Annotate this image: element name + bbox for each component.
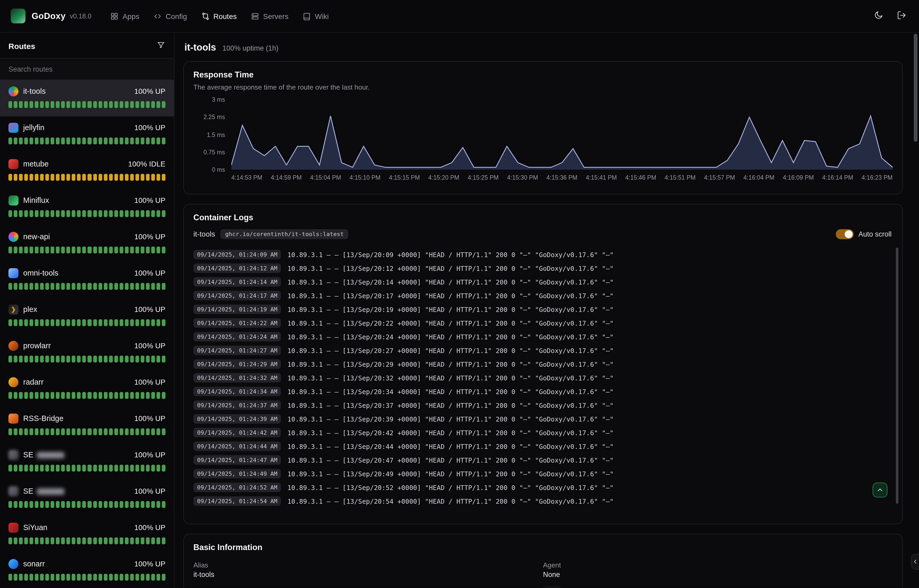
x-axis-tick: 4:15:04 PM <box>310 174 341 182</box>
route-item-it-tools[interactable]: it-tools100% UP <box>0 80 174 116</box>
route-uptime-bars <box>8 355 165 362</box>
route-uptime-bars <box>8 392 165 399</box>
route-uptime-bars <box>8 428 165 435</box>
route-item-metube[interactable]: metube100% IDLE <box>0 153 174 189</box>
route-item-se-11[interactable]: SE100% UP <box>0 444 174 480</box>
x-axis-tick: 4:16:09 PM <box>783 174 814 182</box>
info-field-alias: Aliasit-tools <box>194 561 543 578</box>
route-name: sonarr <box>23 559 45 568</box>
log-message: 10.89.3.1 – – [13/Sep/20:19 +0000] "HEAD… <box>287 305 614 313</box>
theme-toggle-button[interactable] <box>874 11 883 22</box>
auto-scroll-toggle[interactable] <box>836 229 854 239</box>
route-name: RSS-Bridge <box>23 414 63 423</box>
route-favicon <box>8 450 18 460</box>
log-row: 09/14/2025, 01:24:32 AM10.89.3.1 – – [13… <box>194 371 893 384</box>
route-item-new-api[interactable]: new-api100% UP <box>0 226 174 262</box>
log-row: 09/14/2025, 01:24:39 AM10.89.3.1 – – [13… <box>194 412 893 426</box>
nav-item-wiki[interactable]: Wiki <box>303 12 329 20</box>
logs-app-name: it-tools <box>194 230 215 238</box>
log-timestamp: 09/14/2025, 01:24:22 AM <box>194 318 281 328</box>
container-logs-card: Container Logs it-tools ghcr.io/corentin… <box>183 204 903 524</box>
x-axis-tick: 4:16:04 PM <box>743 174 775 182</box>
route-name: metube <box>23 160 49 168</box>
route-item-plex[interactable]: ❯plex100% UP <box>0 298 174 334</box>
info-field-label: Host <box>194 586 543 588</box>
route-uptime-bars <box>8 174 165 181</box>
log-message: 10.89.3.1 – – [13/Sep/20:24 +0000] "HEAD… <box>287 333 614 341</box>
log-row: 09/14/2025, 01:24:19 AM10.89.3.1 – – [13… <box>194 302 893 316</box>
route-item-radarr[interactable]: radarr100% UP <box>0 371 174 407</box>
log-timestamp: 09/14/2025, 01:24:52 AM <box>194 483 281 492</box>
route-item-omni-tools[interactable]: omni-tools100% UP <box>0 262 174 298</box>
route-item-se-12[interactable]: SE100% UP <box>0 480 174 516</box>
log-message: 10.89.3.1 – – [13/Sep/20:37 +0000] "HEAD… <box>287 401 614 409</box>
log-message: 10.89.3.1 – – [13/Sep/20:47 +0000] "HEAD… <box>287 456 614 464</box>
nav-item-servers[interactable]: Servers <box>251 12 288 20</box>
log-message: 10.89.3.1 – – [13/Sep/20:22 +0000] "HEAD… <box>287 319 614 327</box>
response-time-subtitle: The average response time of the route o… <box>194 83 893 91</box>
log-timestamp: 09/14/2025, 01:24:27 AM <box>194 346 281 355</box>
book-icon <box>303 12 311 20</box>
route-name: SiYuan <box>23 523 47 531</box>
filter-routes-button[interactable] <box>157 40 165 51</box>
route-row: SiYuan100% UP <box>8 522 165 533</box>
route-status: 100% UP <box>134 341 165 350</box>
route-uptime-bars <box>8 538 165 544</box>
route-name: it-tools <box>23 87 45 95</box>
log-row: 09/14/2025, 01:24:37 AM10.89.3.1 – – [13… <box>194 398 893 412</box>
route-item-rss-bridge[interactable]: RSS-Bridge100% UP <box>0 407 174 444</box>
route-name: radarr <box>23 378 44 386</box>
log-message: 10.89.3.1 – – [13/Sep/20:44 +0000] "HEAD… <box>287 442 614 450</box>
route-favicon: ❯ <box>8 304 18 314</box>
route-row: jellyfin100% UP <box>8 122 165 133</box>
x-axis-tick: 4:15:51 PM <box>665 174 696 182</box>
info-field-label: Agent <box>543 561 893 569</box>
y-axis-tick: 1.5 ms <box>207 131 225 138</box>
log-row: 09/14/2025, 01:24:24 AM10.89.3.1 – – [13… <box>194 330 893 344</box>
chevron-up-icon <box>876 486 884 494</box>
route-favicon <box>8 341 18 351</box>
route-name: omni-tools <box>23 269 58 277</box>
route-status: 100% UP <box>134 487 165 495</box>
route-item-sonarr[interactable]: sonarr100% UP <box>0 553 174 588</box>
route-item-siyuan[interactable]: SiYuan100% UP <box>0 516 174 553</box>
log-timestamp: 09/14/2025, 01:24:14 AM <box>194 277 281 287</box>
y-axis-tick: 0.75 ms <box>204 149 225 155</box>
route-name: prowlarr <box>23 341 51 350</box>
sidebar-title: Routes <box>8 41 35 50</box>
nav-item-routes[interactable]: Routes <box>201 12 237 20</box>
search-routes-input[interactable] <box>8 65 165 73</box>
log-message: 10.89.3.1 – – [13/Sep/20:14 +0000] "HEAD… <box>287 278 614 286</box>
route-favicon <box>8 159 18 169</box>
log-timestamp: 09/14/2025, 01:24:54 AM <box>194 496 281 506</box>
x-axis-tick: 4:14:53 PM <box>231 174 262 182</box>
godoxy-app: GoDoxy v0.18.0 AppsConfigRoutesServersWi… <box>0 0 919 588</box>
x-axis-tick: 4:15:41 PM <box>586 174 617 182</box>
route-item-prowlarr[interactable]: prowlarr100% UP <box>0 334 174 371</box>
route-item-miniflux[interactable]: Miniflux100% UP <box>0 189 174 226</box>
logs-scrollbar[interactable] <box>896 248 898 504</box>
nav-item-config[interactable]: Config <box>153 12 187 20</box>
log-timestamp: 09/14/2025, 01:24:19 AM <box>194 305 281 314</box>
servers-icon <box>251 12 259 20</box>
scroll-to-top-button[interactable] <box>873 483 887 498</box>
log-row: 09/14/2025, 01:24:17 AM10.89.3.1 – – [13… <box>194 289 893 302</box>
x-axis-tick: 4:14:59 PM <box>271 174 302 182</box>
routes-icon <box>201 12 210 20</box>
log-message: 10.89.3.1 – – [13/Sep/20:54 +0000] "HEAD… <box>287 497 614 505</box>
app-version: v0.18.0 <box>70 12 91 20</box>
log-list: 09/14/2025, 01:24:09 AM10.89.3.1 – – [13… <box>194 248 893 508</box>
page-scrollbar[interactable] <box>914 34 917 142</box>
main-panel: it-tools 100% uptime (1h) Response Time … <box>174 33 919 588</box>
route-uptime-bars <box>8 101 165 108</box>
panel-collapse-handle[interactable] <box>911 554 919 570</box>
response-time-title: Response Time <box>194 70 893 79</box>
nav-item-apps[interactable]: Apps <box>110 12 139 20</box>
log-row: 09/14/2025, 01:24:44 AM10.89.3.1 – – [13… <box>194 439 893 453</box>
route-favicon <box>8 231 18 242</box>
redacted-text <box>37 488 65 495</box>
route-list: it-tools100% UPjellyfin100% UPmetube100%… <box>0 80 174 588</box>
logout-button[interactable] <box>897 11 906 22</box>
log-row: 09/14/2025, 01:24:54 AM10.89.3.1 – – [13… <box>194 494 893 508</box>
route-item-jellyfin[interactable]: jellyfin100% UP <box>0 116 174 153</box>
